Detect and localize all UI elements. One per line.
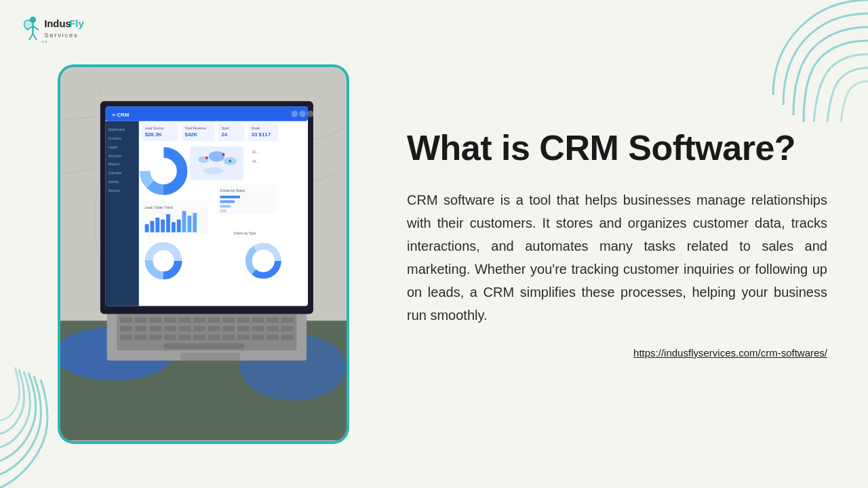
svg-rect-21 xyxy=(179,317,191,323)
svg-text:24: 24 xyxy=(221,131,227,138)
svg-text:Entries by Status: Entries by Status xyxy=(220,189,246,192)
logo-svg: Indus Fly Services xyxy=(19,12,107,49)
svg-text:Fly: Fly xyxy=(69,18,84,29)
svg-point-94 xyxy=(229,160,231,163)
svg-rect-48 xyxy=(222,335,235,340)
svg-rect-108 xyxy=(193,213,197,232)
svg-rect-107 xyxy=(187,216,191,232)
svg-rect-104 xyxy=(172,222,176,232)
svg-rect-27 xyxy=(267,317,279,323)
crm-link[interactable]: https://indusflyservices.com/crm-softwar… xyxy=(633,347,827,359)
svg-line-5 xyxy=(33,34,37,40)
page-description: CRM software is a tool that helps busine… xyxy=(407,188,827,327)
svg-text:10...: 10... xyxy=(252,150,259,154)
svg-rect-42 xyxy=(135,335,147,340)
svg-text:Calendar: Calendar xyxy=(108,171,122,175)
svg-rect-103 xyxy=(166,214,170,232)
svg-rect-102 xyxy=(161,220,165,232)
svg-rect-99 xyxy=(145,224,149,232)
svg-line-3 xyxy=(33,26,38,30)
svg-rect-17 xyxy=(120,317,132,323)
page-title: What is CRM Software? xyxy=(407,129,827,167)
svg-rect-38 xyxy=(252,326,264,331)
main-content: ≡ CRM Dashboard Contacts Leads Accounts … xyxy=(0,0,868,488)
svg-text:Orders by Type: Orders by Type xyxy=(233,232,256,235)
svg-rect-46 xyxy=(193,335,205,340)
svg-text:Lead / Sales Trend: Lead / Sales Trend xyxy=(145,206,173,209)
svg-rect-54 xyxy=(180,352,240,361)
svg-point-60 xyxy=(299,110,306,117)
svg-text:Reports: Reports xyxy=(108,163,121,166)
svg-rect-32 xyxy=(164,326,176,331)
svg-text:Leads: Leads xyxy=(108,146,118,149)
left-panel: ≡ CRM Dashboard Contacts Leads Accounts … xyxy=(41,64,366,444)
svg-text:33  $117: 33 $117 xyxy=(252,131,271,138)
svg-rect-53 xyxy=(164,344,244,349)
svg-rect-100 xyxy=(150,221,154,232)
svg-point-92 xyxy=(205,157,208,159)
svg-text:Open: Open xyxy=(221,127,229,130)
svg-rect-118 xyxy=(220,209,227,212)
svg-line-4 xyxy=(29,34,33,40)
svg-point-91 xyxy=(203,167,223,174)
svg-text:Indus: Indus xyxy=(44,18,71,29)
svg-point-89 xyxy=(209,151,225,162)
svg-rect-44 xyxy=(164,335,176,340)
svg-rect-52 xyxy=(281,335,294,340)
svg-text:Deals: Deals xyxy=(252,127,260,130)
svg-rect-23 xyxy=(208,317,220,323)
svg-rect-29 xyxy=(120,326,132,331)
svg-rect-101 xyxy=(155,218,159,232)
laptop-frame: ≡ CRM Dashboard Contacts Leads Accounts … xyxy=(58,64,349,444)
svg-rect-47 xyxy=(208,335,220,340)
svg-text:Services: Services xyxy=(44,32,78,39)
svg-text:Total Revenue: Total Revenue xyxy=(185,127,207,130)
svg-rect-36 xyxy=(222,326,235,331)
svg-rect-24 xyxy=(222,317,235,323)
crm-dashboard-svg: ≡ CRM Dashboard Contacts Leads Accounts … xyxy=(60,67,347,441)
svg-rect-45 xyxy=(179,335,191,340)
svg-rect-50 xyxy=(252,335,264,340)
svg-rect-28 xyxy=(281,317,294,323)
svg-rect-33 xyxy=(179,326,191,331)
svg-point-122 xyxy=(258,256,269,266)
svg-point-86 xyxy=(158,165,169,176)
svg-rect-34 xyxy=(193,326,205,331)
svg-rect-18 xyxy=(135,317,147,323)
svg-point-112 xyxy=(159,256,168,266)
svg-text:Contacts: Contacts xyxy=(108,137,122,140)
svg-rect-106 xyxy=(182,211,186,232)
svg-rect-105 xyxy=(177,220,181,232)
svg-text:Security: Security xyxy=(108,189,121,192)
svg-text:Activity: Activity xyxy=(108,180,119,184)
svg-text:Lead Source: Lead Source xyxy=(145,127,164,130)
svg-rect-22 xyxy=(193,317,205,323)
svg-rect-57 xyxy=(106,106,308,121)
link-area: https://indusflyservices.com/crm-softwar… xyxy=(407,347,827,359)
svg-text:≡ CRM: ≡ CRM xyxy=(113,112,130,118)
svg-rect-41 xyxy=(120,335,132,340)
svg-text:14...: 14... xyxy=(252,160,259,163)
svg-point-59 xyxy=(292,110,298,117)
right-panel: What is CRM Software? CRM software is a … xyxy=(366,129,827,359)
svg-text:$42K: $42K xyxy=(185,131,198,138)
svg-text:$28.3K: $28.3K xyxy=(145,131,163,138)
svg-rect-37 xyxy=(237,326,250,331)
svg-rect-39 xyxy=(267,326,279,331)
svg-rect-51 xyxy=(267,335,279,340)
svg-rect-43 xyxy=(150,335,162,340)
svg-rect-20 xyxy=(164,317,176,323)
svg-rect-117 xyxy=(220,205,231,207)
svg-rect-26 xyxy=(252,317,264,323)
svg-rect-116 xyxy=(220,201,235,203)
svg-rect-30 xyxy=(135,326,147,331)
svg-rect-49 xyxy=(237,335,250,340)
svg-rect-31 xyxy=(150,326,162,331)
svg-rect-115 xyxy=(220,196,240,199)
svg-point-9 xyxy=(42,41,44,43)
svg-rect-40 xyxy=(281,326,294,331)
svg-text:Dashboard: Dashboard xyxy=(108,128,125,131)
svg-point-61 xyxy=(307,110,314,117)
logo-area: Indus Fly Services xyxy=(19,12,107,49)
svg-point-93 xyxy=(222,153,224,156)
